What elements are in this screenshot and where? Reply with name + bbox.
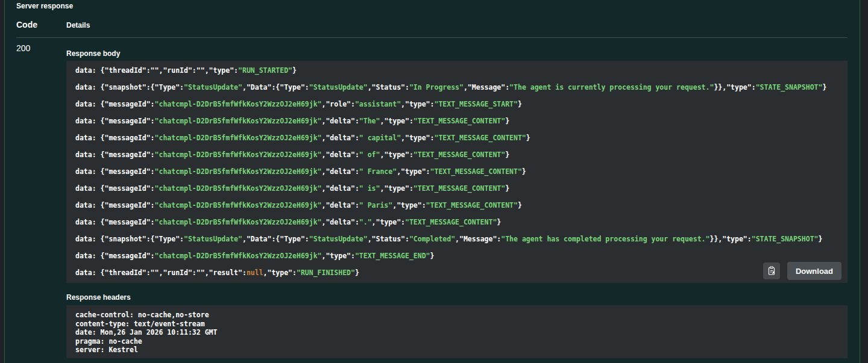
response-headers-lines: cache-control: no-cache,no-storecontent-… — [75, 311, 838, 355]
sse-line: data: {"snapshot":{"Type":"StatusUpdate"… — [75, 79, 838, 96]
response-body-actions: Download — [763, 262, 841, 280]
sse-line: data: {"snapshot":{"Type":"StatusUpdate"… — [75, 231, 838, 247]
response-header-line: date: Mon,26 Jan 2026 10:11:32 GMT — [75, 328, 838, 337]
details-column-header: Details — [66, 21, 90, 29]
table-header-divider — [16, 37, 848, 38]
status-code: 200 — [16, 43, 30, 53]
sse-line: data: {"threadId":"","runId":"","result"… — [75, 264, 838, 281]
response-body-code-block: data: {"threadId":"","runId":"","type":"… — [66, 61, 848, 283]
sse-line: data: {"messageId":"chatcmpl-D2DrB5fmfWf… — [75, 113, 838, 129]
sse-line: data: {"messageId":"chatcmpl-D2DrB5fmfWf… — [75, 180, 838, 197]
response-headers-label: Response headers — [66, 293, 131, 302]
response-header-line: content-type: text/event-stream — [75, 320, 838, 329]
response-header-line: server: Kestrel — [75, 346, 838, 355]
sse-line: data: {"messageId":"chatcmpl-D2DrB5fmfWf… — [75, 96, 838, 113]
sse-line: data: {"messageId":"chatcmpl-D2DrB5fmfWf… — [75, 247, 838, 264]
sse-line: data: {"messageId":"chatcmpl-D2DrB5fmfWf… — [75, 129, 838, 146]
sse-line: data: {"threadId":"","runId":"","type":"… — [75, 62, 838, 79]
sse-line: data: {"messageId":"chatcmpl-D2DrB5fmfWf… — [75, 197, 838, 214]
response-body-label: Response body — [66, 49, 120, 58]
code-column-header: Code — [16, 20, 37, 29]
response-header-line: cache-control: no-cache,no-store — [75, 311, 838, 320]
sse-line: data: {"messageId":"chatcmpl-D2DrB5fmfWf… — [75, 163, 838, 180]
response-header-line: pragma: no-cache — [75, 337, 838, 346]
response-headers-block: cache-control: no-cache,no-storecontent-… — [66, 305, 848, 358]
sse-line: data: {"messageId":"chatcmpl-D2DrB5fmfWf… — [75, 146, 838, 163]
download-response-button[interactable]: Download — [787, 262, 841, 280]
copy-response-button[interactable] — [763, 262, 780, 279]
clipboard-copy-icon — [767, 266, 776, 276]
sse-line: data: {"messageId":"chatcmpl-D2DrB5fmfWf… — [75, 214, 838, 231]
response-body-lines: data: {"threadId":"","runId":"","type":"… — [75, 62, 838, 281]
server-response-title: Server response — [16, 2, 73, 10]
